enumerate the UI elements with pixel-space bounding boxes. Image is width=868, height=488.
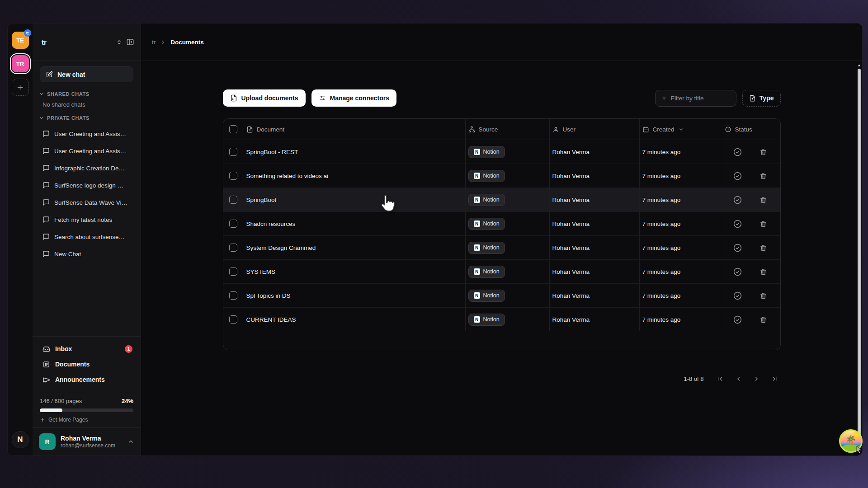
chat-item[interactable]: User Greeting and Assis… [36, 142, 137, 160]
notion-icon: N [474, 244, 480, 251]
trash-icon[interactable] [760, 316, 767, 324]
trash-icon[interactable] [760, 244, 767, 252]
check-circle-icon[interactable] [733, 219, 742, 229]
table-row[interactable]: SpringBoot - REST NNotion Rohan Verma 7 … [223, 140, 780, 164]
next-page-button[interactable] [751, 373, 763, 385]
row-created: 7 minutes ago [642, 316, 681, 323]
chat-item[interactable]: New Chat [36, 245, 137, 263]
check-circle-icon[interactable] [733, 195, 742, 205]
row-checkbox[interactable] [229, 148, 237, 156]
notion-icon: N [474, 173, 480, 179]
row-checkbox[interactable] [229, 244, 237, 252]
documents-toolbar: Upload documents Manage connectors [223, 89, 781, 107]
scrollbar-up-arrow[interactable] [857, 62, 862, 68]
column-header-status[interactable]: Status [720, 119, 780, 140]
column-header-created[interactable]: Created [639, 119, 720, 140]
trash-icon[interactable] [760, 172, 767, 180]
check-circle-icon[interactable] [733, 243, 742, 253]
usage-progress-fill [40, 408, 62, 412]
upload-documents-button[interactable]: Upload documents [223, 89, 306, 107]
notion-icon: N [474, 268, 480, 275]
check-circle-icon[interactable] [733, 315, 742, 324]
row-checkbox[interactable] [229, 267, 237, 276]
sidebar-item-announcements[interactable]: Announcements [36, 372, 137, 387]
table-header-row: Document Source User Created [223, 119, 780, 140]
chevron-right-icon [160, 39, 166, 45]
avatar: R [39, 433, 56, 450]
notion-icon: N [474, 221, 480, 227]
first-page-button[interactable] [715, 373, 726, 385]
row-checkbox[interactable] [229, 220, 237, 228]
type-filter-button[interactable]: Type [742, 90, 781, 107]
chevron-down-icon [39, 91, 44, 97]
manage-connectors-button[interactable]: Manage connectors [311, 89, 396, 107]
sort-chevron-down-icon [678, 127, 684, 132]
inbox-unread-badge: 1 [125, 345, 132, 353]
filter-by-title-field [655, 90, 736, 107]
chat-item[interactable]: Fetch my latest notes [36, 211, 137, 228]
table-row[interactable]: System Design Crammed NNotion Rohan Verm… [223, 235, 780, 259]
topbar: tr Documents [141, 23, 862, 61]
message-square-icon [42, 130, 50, 137]
table-row[interactable]: CURRENT IDEAS NNotion Rohan Verma 7 minu… [223, 307, 780, 331]
previous-page-button[interactable] [733, 373, 745, 385]
trash-icon[interactable] [760, 196, 767, 204]
trash-icon[interactable] [760, 148, 767, 156]
new-chat-button[interactable]: New chat [40, 66, 133, 82]
notion-icon: N [474, 292, 480, 299]
check-circle-icon[interactable] [733, 147, 742, 157]
sidebar-item-documents[interactable]: Documents [36, 357, 137, 372]
shared-chats-header[interactable]: SHARED CHATS [33, 85, 141, 99]
filter-by-title-input[interactable] [671, 95, 721, 102]
trash-icon[interactable] [760, 268, 767, 276]
table-row[interactable]: Something related to videos ai NNotion R… [223, 164, 780, 188]
megaphone-icon [42, 376, 50, 384]
check-circle-icon[interactable] [733, 267, 742, 277]
workspace-avatar-te[interactable]: TE [12, 32, 29, 49]
add-workspace-button[interactable] [12, 79, 29, 96]
chat-item[interactable]: Search about surfsense… [36, 228, 137, 245]
usage-meter: 146 / 600 pages 24% Get More Pages [33, 392, 141, 427]
check-circle-icon[interactable] [733, 291, 742, 300]
trash-icon[interactable] [760, 220, 767, 228]
workspace-avatar-tr[interactable]: TR [12, 55, 29, 72]
row-checkbox[interactable] [229, 291, 237, 300]
chat-item[interactable]: Infographic Creation De… [36, 160, 137, 177]
private-chats-header[interactable]: PRIVATE CHATS [33, 109, 141, 123]
panel-collapse-icon[interactable] [126, 38, 134, 46]
column-header-user[interactable]: User [549, 119, 639, 140]
table-row[interactable]: Shadcn resources NNotion Rohan Verma 7 m… [223, 211, 780, 235]
table-row[interactable]: SYSTEMS NNotion Rohan Verma 7 minutes ag… [223, 259, 780, 283]
row-created: 7 minutes ago [642, 221, 681, 227]
profile-menu[interactable]: R Rohan Verma rohan@surfsense.com [33, 427, 141, 455]
breadcrumb-root[interactable]: tr [152, 39, 156, 46]
profile-name: Rohan Verma [61, 435, 115, 443]
people-badge-icon [24, 29, 31, 37]
chat-item[interactable]: User Greeting and Assis… [36, 125, 137, 142]
palm-tree-icon: 🌴 [845, 435, 857, 446]
chat-item[interactable]: SurfSense logo design … [36, 177, 137, 194]
scrollbar-thumb[interactable] [858, 69, 861, 447]
row-user: Rohan Verma [552, 244, 590, 251]
row-checkbox[interactable] [229, 172, 237, 180]
chat-item[interactable]: SurfSense Data Wave Vi… [36, 194, 137, 211]
last-page-button[interactable] [769, 373, 781, 385]
column-header-source[interactable]: Source [465, 119, 549, 140]
notion-icon: N [474, 149, 480, 155]
check-circle-icon[interactable] [733, 171, 742, 181]
chevrons-up-down-icon[interactable] [116, 39, 123, 46]
table-row[interactable]: Spl Topics in DS NNotion Rohan Verma 7 m… [223, 283, 780, 307]
trash-icon[interactable] [760, 292, 767, 300]
row-checkbox[interactable] [229, 315, 237, 324]
row-user: Rohan Verma [552, 316, 590, 323]
select-all-checkbox[interactable] [229, 125, 237, 133]
column-header-document[interactable]: Document [244, 119, 465, 140]
table-footer-space [223, 331, 780, 350]
sidebar-item-inbox[interactable]: Inbox 1 [36, 341, 137, 357]
row-checkbox[interactable] [229, 196, 237, 204]
source-badge: NNotion [468, 170, 505, 182]
notion-logo[interactable]: N [12, 431, 29, 448]
usage-progress-bar [40, 408, 133, 412]
table-row[interactable]: SpringBoot NNotion Rohan Verma 7 minutes… [223, 188, 780, 211]
get-more-pages-button[interactable]: Get More Pages [40, 417, 133, 423]
